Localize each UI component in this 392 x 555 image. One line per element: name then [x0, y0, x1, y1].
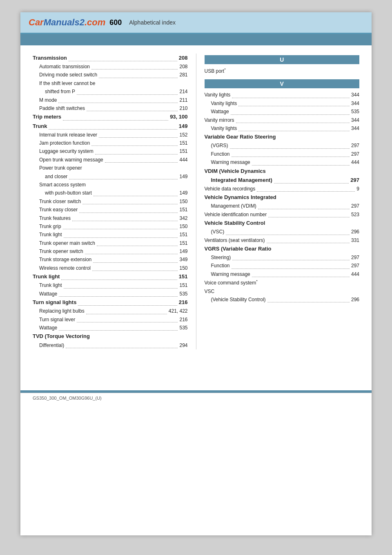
list-item: Trunk 149 — [33, 122, 188, 131]
list-item: M mode 211 — [33, 96, 188, 104]
list-item: Warning message 444 — [205, 270, 360, 278]
list-item: (VSC) 296 — [205, 228, 360, 236]
site-logo: CarManuals2.com — [29, 17, 105, 28]
list-item: Differential) 294 — [33, 341, 188, 349]
list-item: Trunk opener main switch 151 — [33, 239, 188, 247]
list-item: Trunk light 151 — [33, 231, 188, 239]
list-item: Replacing light bulbs 421, 422 — [33, 307, 188, 315]
list-item: shifted from P 214 — [33, 87, 188, 96]
content-area: Transmission 208 Automatic transmission … — [20, 45, 372, 358]
list-item: Vehicle Dynamics Integrated — [205, 193, 360, 202]
list-item: Warning message 444 — [205, 158, 360, 166]
list-item: Integrated Management) 297 — [205, 176, 360, 185]
list-item: TVD (Torque Vectoring — [33, 332, 188, 341]
list-item: Vehicle data recordings 9 — [205, 185, 360, 193]
left-column: Transmission 208 Automatic transmission … — [33, 54, 196, 349]
list-item: (Vehicle Stability Control) 296 — [205, 295, 360, 304]
list-item: Luggage security system 151 — [33, 147, 188, 155]
list-item: Voice command system* — [205, 278, 360, 287]
list-item: Trunk storage extension 349 — [33, 255, 188, 264]
list-item: If the shift lever cannot be — [33, 79, 188, 87]
list-item: Trunk easy closer 151 — [33, 206, 188, 214]
list-item: Vanity lights 344 — [205, 99, 360, 107]
page-header: CarManuals2.com 600 Alphabetical index — [20, 12, 372, 34]
list-item: Trunk features 342 — [33, 214, 188, 222]
page-number: 600 — [109, 18, 122, 27]
list-item: Variable Gear Ratio Steering — [205, 132, 360, 141]
list-item: Function 297 — [205, 262, 360, 270]
list-item: and closer 149 — [33, 172, 188, 181]
list-item: Vanity lights 344 — [205, 91, 360, 99]
list-item: Wattage 535 — [205, 107, 360, 116]
list-item: VSC — [205, 287, 360, 295]
list-item: Vanity lights 344 — [205, 124, 360, 132]
list-item: Trunk grip 150 — [33, 222, 188, 231]
list-item: Smart access system — [33, 181, 188, 189]
section-bar-top — [20, 34, 372, 45]
list-item: Driving mode select switch 281 — [33, 71, 188, 79]
list-item: Power trunk opener — [33, 164, 188, 172]
list-item: (VGRS) 297 — [205, 141, 360, 150]
list-item: Trunk light 151 — [33, 281, 188, 289]
list-item: Management (VDIM) 297 — [205, 202, 360, 210]
section-header-u: U — [205, 55, 360, 64]
footer-text: GS350_300_OM_OM30G96U_(U) — [20, 393, 372, 403]
list-item: Open trunk warning message 444 — [33, 156, 188, 164]
page: CarManuals2.com 600 Alphabetical index T… — [20, 12, 372, 535]
list-item: Vehicle identification number 523 — [205, 210, 360, 219]
list-item: Wireless remote control 150 — [33, 264, 188, 272]
list-item: Trip meters 93, 100 — [33, 112, 188, 121]
section-header-v: V — [205, 79, 360, 88]
list-item: Trunk opener switch 149 — [33, 247, 188, 255]
list-item: Wattage 535 — [33, 324, 188, 332]
list-item: Automatic transmission 208 — [33, 63, 188, 71]
list-item: Internal trunk release lever 152 — [33, 131, 188, 139]
list-item: Transmission 208 — [33, 54, 188, 63]
list-item: Steering) 297 — [205, 253, 360, 262]
list-item: Turn signal lights 216 — [33, 298, 188, 307]
list-item: USB port* — [205, 67, 360, 75]
list-item: Function 297 — [205, 150, 360, 158]
right-column: U USB port* V Vanity lights 344 Vanity l… — [196, 54, 360, 349]
list-item: Vehicle Stability Control — [205, 219, 360, 228]
list-item: with push-button start 149 — [33, 189, 188, 197]
list-item: Ventilators (seat ventilators) 331 — [205, 236, 360, 244]
list-item: Trunk closer switch 150 — [33, 197, 188, 206]
list-item: Vanity mirrors 344 — [205, 116, 360, 124]
list-item: Turn signal lever 216 — [33, 316, 188, 324]
list-item: VGRS (Variable Gear Ratio — [205, 244, 360, 253]
page-title: Alphabetical index — [129, 19, 176, 26]
list-item: Jam protection function 151 — [33, 139, 188, 147]
list-item: Trunk light 151 — [33, 272, 188, 281]
list-item: VDIM (Vehicle Dynamics — [205, 167, 360, 176]
list-item: Paddle shift switches 210 — [33, 104, 188, 112]
list-item: Wattage 535 — [33, 290, 188, 298]
